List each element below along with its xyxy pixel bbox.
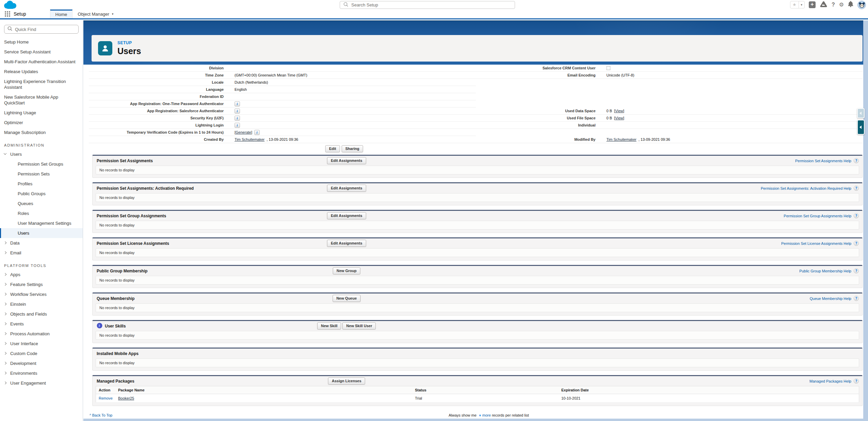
sidebar-item-user-management-settings[interactable]: User Management Settings: [0, 218, 83, 228]
new-skill-button[interactable]: New Skill: [317, 322, 341, 330]
sidebar-item-users[interactable]: Users: [0, 228, 83, 238]
help-circle-icon[interactable]: ?: [854, 213, 859, 218]
search-input[interactable]: [351, 2, 511, 7]
sidebar-item-lightning-usage[interactable]: Lightning Usage: [0, 108, 83, 118]
sharing-button[interactable]: Sharing: [341, 145, 363, 152]
sidebar-item-permission-sets[interactable]: Permission Sets: [0, 169, 83, 179]
tab-object-manager[interactable]: Object Manager ▾: [73, 10, 118, 18]
info-icon[interactable]: i: [235, 116, 240, 121]
setup-gear-icon[interactable]: ⚙: [839, 1, 844, 9]
user-link[interactable]: Tim Schuitemaker: [235, 137, 264, 141]
sidebar-item-development[interactable]: Development: [0, 358, 83, 368]
help-link[interactable]: Queue Membership Help: [810, 297, 851, 301]
chevron-right-icon[interactable]: [4, 283, 6, 286]
sidebar-item-environments[interactable]: Environments: [0, 368, 83, 378]
sidebar-item-service-setup-assistant[interactable]: Service Setup Assistant: [0, 47, 83, 57]
sidebar-item-workflow-services[interactable]: Workflow Services: [0, 289, 83, 299]
help-link[interactable]: Permission Set Assignments Help: [795, 159, 851, 163]
sidebar-item-permission-set-groups[interactable]: Permission Set Groups: [0, 159, 83, 169]
sidebar-item-release-updates[interactable]: Release Updates: [0, 67, 83, 77]
chevron-right-icon[interactable]: [4, 313, 6, 315]
help-icon[interactable]: ?: [832, 1, 835, 9]
new-group-button[interactable]: New Group: [333, 267, 360, 274]
view-link[interactable]: View: [615, 116, 623, 120]
chevron-right-icon[interactable]: [4, 251, 6, 254]
sidebar-item-process-automation[interactable]: Process Automation: [0, 329, 83, 339]
help-circle-icon[interactable]: ?: [854, 268, 859, 273]
sidebar-item-roles[interactable]: Roles: [0, 208, 83, 218]
edit-assignments-button[interactable]: Edit Assignments: [327, 240, 366, 247]
new-queue-button[interactable]: New Queue: [333, 295, 360, 302]
user-avatar[interactable]: [857, 1, 866, 9]
sidebar-item-email[interactable]: Email: [0, 248, 83, 258]
sidebar-item-feature-settings[interactable]: Feature Settings: [0, 280, 83, 289]
global-actions-add-icon[interactable]: +: [809, 1, 816, 8]
help-link[interactable]: Permission Set License Assignments Help: [781, 241, 851, 246]
sidebar-item-data[interactable]: Data: [0, 238, 83, 248]
chevron-right-icon[interactable]: [4, 342, 6, 345]
chevron-down-icon[interactable]: [4, 152, 6, 155]
info-icon[interactable]: i: [254, 130, 260, 135]
notifications-bell-icon[interactable]: [848, 1, 853, 9]
info-icon[interactable]: i: [235, 123, 240, 128]
edit-assignments-button[interactable]: Edit Assignments: [327, 212, 366, 219]
trailhead-icon[interactable]: [820, 1, 827, 9]
sidebar-item-manage-subscription[interactable]: Manage Subscription: [0, 128, 83, 137]
user-link[interactable]: Tim Schuitemaker: [607, 137, 637, 141]
sidebar-item-setup-home[interactable]: Setup Home: [0, 37, 83, 47]
sidebar-item-profiles[interactable]: Profiles: [0, 179, 83, 189]
help-link[interactable]: Public Group Membership Help: [799, 269, 851, 273]
help-link[interactable]: Managed Packages Help: [809, 379, 851, 383]
collapsed-panel-tab-light[interactable]: [857, 108, 865, 118]
favorites-star-icon[interactable]: ★: [790, 1, 799, 8]
favorites-caret-icon[interactable]: ▾: [799, 1, 804, 8]
package-link[interactable]: Booker25: [118, 396, 134, 400]
help-circle-icon[interactable]: ?: [854, 158, 859, 163]
collapsed-panel-tab-dark[interactable]: [857, 120, 865, 135]
sidebar-item-optimizer[interactable]: Optimizer: [0, 118, 83, 128]
chevron-right-icon[interactable]: [4, 273, 6, 276]
sidebar-item-events[interactable]: Events: [0, 319, 83, 329]
help-circle-icon[interactable]: ?: [854, 186, 859, 191]
info-icon[interactable]: i: [235, 101, 240, 106]
sidebar-item-new-salesforce-mobile-app-quickstart[interactable]: New Salesforce Mobile App QuickStart: [0, 92, 83, 108]
sidebar-item-queues[interactable]: Queues: [0, 199, 83, 208]
chevron-right-icon[interactable]: [4, 362, 6, 365]
new-skill-user-button[interactable]: New Skill User: [342, 322, 376, 330]
help-link[interactable]: Permission Set Assignments: Activation R…: [761, 186, 851, 190]
sidebar-item-multi-factor-authentication-assistant[interactable]: Multi-Factor Authentication Assistant: [0, 57, 83, 67]
help-circle-icon[interactable]: ?: [854, 378, 859, 384]
back-to-top-link[interactable]: ^Back To Top: [90, 413, 112, 417]
assign-licenses-button[interactable]: Assign Licenses: [328, 377, 365, 385]
chevron-right-icon[interactable]: [4, 382, 6, 384]
remove-link[interactable]: Remove: [99, 396, 113, 400]
sidebar-item-public-groups[interactable]: Public Groups: [0, 189, 83, 199]
sidebar-item-lightning-experience-transition-assistant[interactable]: Lightning Experience Transition Assistan…: [0, 77, 83, 92]
chevron-right-icon[interactable]: [4, 293, 6, 296]
app-launcher-icon[interactable]: [0, 10, 14, 18]
chevron-right-icon[interactable]: [4, 241, 6, 244]
sidebar-item-einstein[interactable]: Einstein: [0, 299, 83, 309]
sidebar-item-custom-code[interactable]: Custom Code: [0, 349, 83, 358]
tab-home[interactable]: Home: [50, 10, 73, 18]
sidebar-item-users[interactable]: Users: [0, 149, 83, 159]
sidebar-item-user-engagement[interactable]: User Engagement: [0, 378, 83, 388]
quick-find-input[interactable]: [15, 27, 75, 32]
chevron-right-icon[interactable]: [4, 352, 6, 355]
more-records-link[interactable]: more: [482, 413, 491, 417]
sidebar-item-apps[interactable]: Apps: [0, 270, 83, 280]
view-link[interactable]: View: [615, 109, 623, 113]
help-link[interactable]: Permission Set Group Assignments Help: [784, 214, 851, 218]
edit-button[interactable]: Edit: [325, 145, 340, 152]
chevron-right-icon[interactable]: [4, 322, 6, 325]
edit-assignments-button[interactable]: Edit Assignments: [327, 157, 366, 164]
generate-link[interactable]: Generate: [236, 130, 251, 134]
chevron-right-icon[interactable]: [4, 372, 6, 374]
edit-assignments-button[interactable]: Edit Assignments: [327, 185, 366, 192]
info-icon[interactable]: i: [235, 108, 240, 114]
help-circle-icon[interactable]: ?: [854, 241, 859, 246]
sidebar-item-objects-and-fields[interactable]: Objects and Fields: [0, 309, 83, 319]
sidebar-item-user-interface[interactable]: User Interface: [0, 339, 83, 349]
chevron-right-icon[interactable]: [4, 303, 6, 305]
chevron-right-icon[interactable]: [4, 332, 6, 335]
